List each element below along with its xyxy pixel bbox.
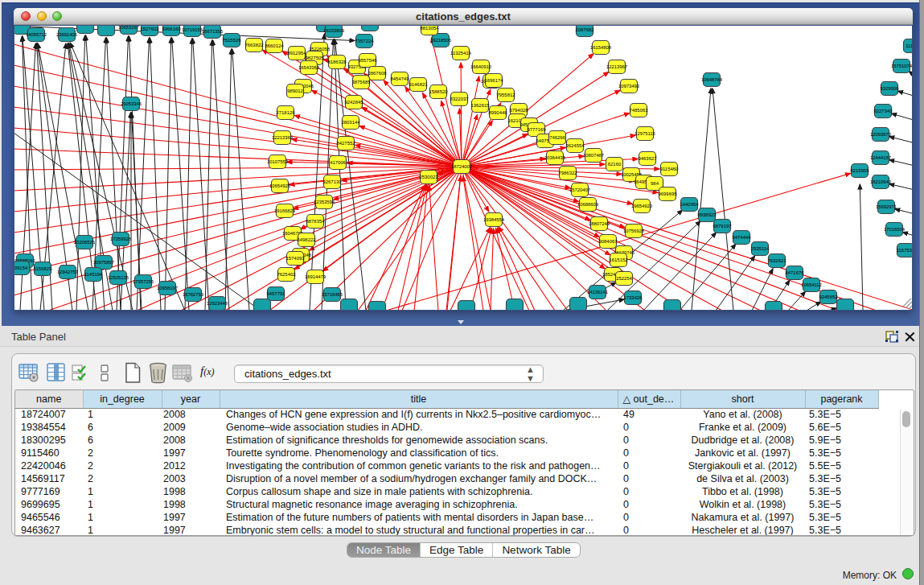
svg-text:39154: 39154 — [14, 266, 28, 270]
svg-text:8878354: 8878354 — [306, 219, 326, 224]
svg-text:20364436: 20364436 — [544, 155, 566, 160]
svg-text:8938923: 8938923 — [698, 212, 717, 217]
svg-text:8990448: 8990448 — [489, 110, 508, 115]
svg-text:2935114: 2935114 — [751, 246, 770, 251]
svg-text:8660124: 8660124 — [265, 43, 285, 48]
svg-text:8322037: 8322037 — [450, 97, 469, 101]
svg-text:15720407: 15720407 — [569, 187, 590, 192]
svg-text:18807249: 18807249 — [589, 221, 610, 226]
svg-text:2867608: 2867608 — [368, 71, 388, 76]
svg-text:12975115: 12975115 — [634, 131, 655, 136]
svg-text:746266: 746266 — [549, 135, 565, 140]
svg-text:15716485: 15716485 — [322, 292, 343, 297]
svg-text:19166829: 19166829 — [274, 208, 295, 213]
svg-text:10719155: 10719155 — [182, 27, 203, 32]
svg-text:9699695: 9699695 — [659, 192, 678, 196]
svg-text:20206526: 20206526 — [74, 240, 96, 245]
svg-text:2718126: 2718126 — [277, 110, 296, 115]
svg-text:9474444: 9474444 — [733, 235, 752, 240]
svg-text:10654112: 10654112 — [801, 282, 822, 287]
svg-text:7955812: 7955812 — [497, 93, 515, 97]
svg-text:15751074: 15751074 — [891, 64, 913, 68]
svg-text:19218506: 19218506 — [430, 38, 452, 43]
svg-text:1615152: 1615152 — [610, 257, 628, 262]
svg-text:16033809: 16033809 — [323, 28, 344, 33]
svg-text:417006: 417006 — [330, 160, 346, 165]
svg-text:2530023: 2530023 — [420, 175, 439, 179]
svg-text:10648784: 10648784 — [701, 77, 723, 82]
svg-text:1440954: 1440954 — [680, 202, 700, 207]
svg-text:10654925: 10654925 — [269, 183, 291, 188]
svg-text:11172: 11172 — [906, 43, 913, 48]
svg-text:14136141: 14136141 — [587, 290, 608, 295]
svg-text:15692971: 15692971 — [876, 204, 897, 209]
svg-text:1527602: 1527602 — [141, 27, 159, 31]
svg-text:252254: 252254 — [616, 276, 632, 281]
svg-text:17016504: 17016504 — [884, 227, 906, 232]
svg-text:1362615: 1362615 — [471, 103, 491, 108]
svg-text:10756928: 10756928 — [623, 229, 645, 233]
svg-text:989012: 989012 — [287, 89, 303, 93]
svg-text:5498222: 5498222 — [298, 237, 316, 242]
svg-text:10807487: 10807487 — [583, 153, 604, 158]
svg-text:12942757: 12942757 — [57, 270, 78, 274]
svg-text:16154808: 16154808 — [590, 45, 612, 50]
svg-text:8471676: 8471676 — [786, 270, 805, 275]
svg-text:30975867: 30975867 — [93, 260, 114, 265]
svg-text:8813054: 8813054 — [421, 26, 440, 31]
svg-text:12213369: 12213369 — [272, 135, 293, 140]
svg-text:11325419: 11325419 — [450, 51, 471, 56]
svg-text:9329906: 9329906 — [881, 86, 900, 91]
svg-text:10688609: 10688609 — [577, 202, 598, 207]
svg-text:62160: 62160 — [608, 162, 622, 167]
svg-text:8427552: 8427552 — [337, 141, 355, 146]
svg-text:19384554: 19384554 — [483, 217, 505, 222]
svg-text:984: 984 — [651, 181, 659, 186]
svg-text:12093873: 12093873 — [870, 132, 892, 137]
svg-text:16914479: 16914479 — [305, 274, 326, 279]
svg-text:23691406: 23691406 — [56, 32, 78, 37]
svg-text:9457791: 9457791 — [267, 291, 285, 296]
svg-text:1156829: 1156829 — [34, 266, 52, 271]
svg-text:8186328: 8186328 — [328, 60, 347, 64]
svg-text:17359928: 17359928 — [110, 237, 132, 241]
svg-text:17957255: 17957255 — [133, 279, 154, 284]
svg-text:8215955: 8215955 — [851, 168, 870, 173]
svg-text:6879197: 6879197 — [713, 224, 732, 229]
svg-text:9777169: 9777169 — [528, 127, 546, 132]
svg-text:7485063: 7485063 — [630, 108, 649, 113]
svg-text:7632621: 7632621 — [768, 258, 786, 263]
svg-text:12505135: 12505135 — [108, 275, 129, 280]
svg-text:2803144: 2803144 — [342, 120, 361, 125]
svg-text:7357224: 7357224 — [355, 39, 375, 43]
svg-text:18724007: 18724007 — [451, 164, 472, 169]
svg-text:12923448: 12923448 — [207, 301, 228, 306]
svg-text:1145194: 1145194 — [84, 272, 103, 277]
svg-text:9463627: 9463627 — [639, 156, 657, 161]
svg-text:7625402: 7625402 — [277, 272, 296, 277]
svg-text:9227343: 9227343 — [874, 109, 893, 113]
svg-text:6966160: 6966160 — [162, 27, 182, 31]
svg-text:9084067: 9084067 — [599, 239, 618, 244]
svg-text:16671355: 16671355 — [202, 29, 224, 34]
svg-text:7986322: 7986322 — [559, 171, 577, 175]
svg-text:1167533: 1167533 — [897, 248, 913, 253]
svg-text:16210643: 16210643 — [870, 179, 892, 184]
svg-text:8454749: 8454749 — [391, 76, 409, 81]
svg-text:2087682: 2087682 — [576, 27, 594, 32]
svg-text:16640910: 16640910 — [470, 64, 492, 69]
svg-text:3624554: 3624554 — [566, 143, 585, 148]
svg-text:1733426: 1733426 — [624, 295, 643, 300]
svg-text:19654923: 19654923 — [631, 204, 653, 208]
svg-text:6794028: 6794028 — [510, 108, 529, 113]
svg-text:3267130: 3267130 — [323, 179, 343, 184]
svg-text:1696174: 1696174 — [485, 78, 504, 83]
svg-text:10973493: 10973493 — [618, 84, 640, 89]
svg-text:14055712: 14055712 — [26, 32, 47, 37]
svg-text:16782759: 16782759 — [183, 292, 203, 297]
svg-text:9827505: 9827505 — [306, 56, 325, 60]
svg-text:10958107: 10958107 — [157, 286, 178, 290]
svg-text:12213967: 12213967 — [606, 64, 627, 69]
svg-text:7515526: 7515526 — [223, 38, 242, 43]
svg-text:9242845: 9242845 — [345, 100, 364, 105]
